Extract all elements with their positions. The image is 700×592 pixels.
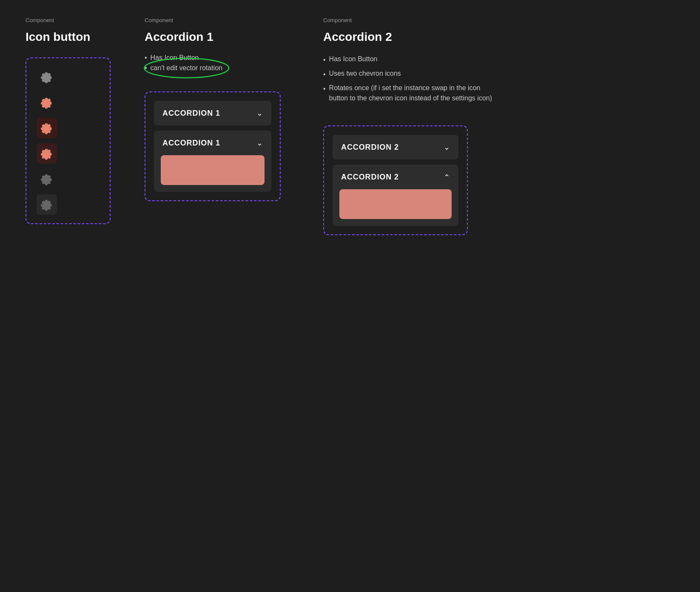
col3-bullet-1: Has Icon Button — [323, 54, 493, 65]
chevron-down-icon-3: ⌄ — [444, 142, 450, 152]
col3-section: Component Accordion 2 Has Icon Button Us… — [323, 17, 493, 575]
col3-label: Component — [323, 17, 493, 23]
col2-title: Accordion 1 — [145, 30, 298, 44]
chevron-down-icon-1: ⌄ — [256, 108, 263, 118]
icon-btn-5[interactable] — [37, 169, 57, 189]
gear-icon-2 — [40, 96, 53, 109]
accordion1-closed-title: ACCORDION 1 — [162, 109, 220, 118]
accordion2-closed-title: ACCORDION 2 — [341, 143, 399, 152]
icon-btn-4[interactable] — [37, 143, 57, 164]
accordion2-body — [333, 189, 458, 226]
icon-button-container — [26, 57, 111, 224]
col2-section: Component Accordion 1 Has Icon Button ca… — [145, 17, 323, 575]
col1-section: Component Icon button — [26, 17, 145, 575]
accordion2-open-title: ACCORDION 2 — [341, 173, 399, 182]
col2-accordion-frame: ACCORDION 1 ⌄ ACCORDION 1 ⌄ — [145, 91, 281, 201]
col2-bullet-1: Has Icon Button — [145, 54, 298, 62]
accordion1-open-title: ACCORDION 1 — [162, 139, 220, 148]
gear-icon-4 — [40, 147, 53, 160]
col3-bullet-list: Has Icon Button Uses two chevron icons R… — [323, 54, 493, 107]
gear-icon-3 — [40, 122, 53, 134]
chevron-up-icon: ⌄ — [444, 172, 450, 182]
accordion2-closed[interactable]: ACCORDION 2 ⌄ — [333, 135, 458, 159]
chevron-down-icon-2: ⌄ — [256, 138, 263, 148]
col3-bullet-3: Rotates once (if i set the instance swap… — [323, 83, 493, 103]
col3-title: Accordion 2 — [323, 30, 493, 44]
col3-accordion-frame: ACCORDION 2 ⌄ ACCORDION 2 ⌄ — [323, 125, 468, 235]
col3-bullet-2: Uses two chevron icons — [323, 68, 493, 80]
col2-bullet-list: Has Icon Button can't edit vector rotati… — [145, 54, 298, 74]
icon-btn-3[interactable] — [37, 118, 57, 138]
icon-btn-2[interactable] — [37, 92, 57, 113]
gear-icon-6 — [40, 198, 53, 211]
accordion1-content-placeholder — [161, 155, 265, 185]
gear-icon-1 — [40, 71, 53, 83]
accordion1-body — [154, 155, 271, 192]
col2-bullet-2: can't edit vector rotation — [145, 64, 298, 72]
icon-btn-6[interactable] — [37, 194, 57, 215]
col1-label: Component — [26, 17, 128, 23]
gear-icon-5 — [40, 173, 53, 185]
accordion1-open-header[interactable]: ACCORDION 1 ⌄ — [154, 131, 271, 155]
col2-bullet-2-text: can't edit vector rotation — [151, 64, 222, 72]
accordion2-content-placeholder — [339, 189, 452, 219]
col2-label: Component — [145, 17, 298, 23]
accordion1-open: ACCORDION 1 ⌄ — [154, 131, 271, 192]
icon-btn-1[interactable] — [37, 67, 57, 87]
accordion2-open: ACCORDION 2 ⌄ — [333, 165, 458, 226]
col1-title: Icon button — [26, 30, 128, 44]
accordion1-closed[interactable]: ACCORDION 1 ⌄ — [154, 101, 271, 125]
accordion2-open-header[interactable]: ACCORDION 2 ⌄ — [333, 165, 458, 189]
